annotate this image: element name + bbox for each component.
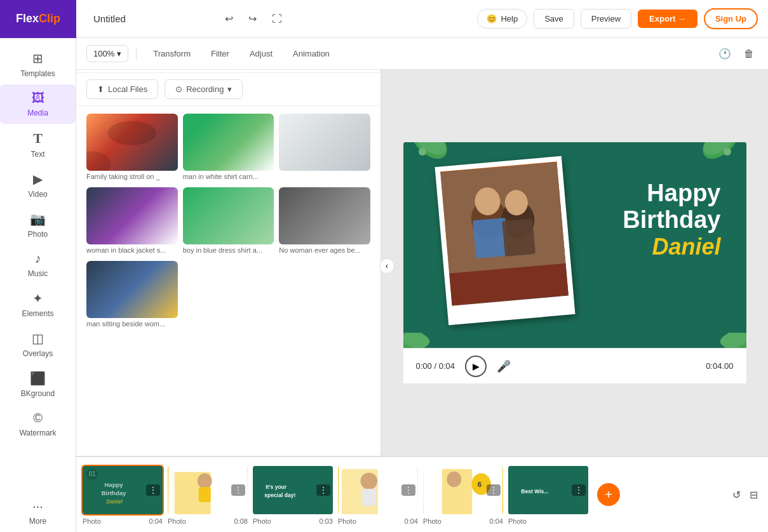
- media-panel: Add Media ◆ Turn on Cloud Sync ⬆ Local F…: [76, 38, 381, 456]
- table-row[interactable]: 04 ⋮ Photo 0:04: [337, 465, 419, 525]
- delete-icon[interactable]: 🗑: [740, 44, 758, 63]
- clip-preview: 05 6 ⋮: [423, 466, 503, 514]
- clip-edit-button[interactable]: ⋮: [401, 484, 415, 496]
- sidebar-item-more[interactable]: ··· More: [0, 493, 76, 532]
- list-item[interactable]: No woman ever ages be...: [279, 187, 370, 256]
- clip-thumbnail: 04 ⋮: [337, 465, 419, 515]
- export-button[interactable]: Export →: [638, 10, 697, 28]
- list-item[interactable]: man sitting beside wom...: [86, 261, 178, 329]
- media-thumbnail: [86, 187, 178, 244]
- svg-point-40: [447, 471, 461, 487]
- list-item[interactable]: woman in black jacket s...: [86, 187, 178, 256]
- media-caption: [279, 171, 370, 175]
- sidebar-item-label: Text: [30, 150, 44, 159]
- play-button[interactable]: ▶: [465, 356, 487, 377]
- transform-tab[interactable]: Transform: [144, 45, 199, 62]
- sidebar-item-video[interactable]: ▶ Video: [0, 165, 76, 205]
- clip-thumbnail: 03 It's your special day! ⋮: [252, 465, 334, 515]
- timeline-loop-button[interactable]: ↺: [730, 486, 743, 503]
- table-row[interactable]: 05 6 ⋮ Photo 0:04: [422, 465, 504, 525]
- timeline-controls: ↺ ⊟: [730, 486, 768, 503]
- table-row[interactable]: 03 It's your special day! ⋮ Photo 0:03: [252, 465, 334, 525]
- video-preview: Happy Birthday Daniel: [403, 142, 746, 383]
- panel-collapse-button[interactable]: ‹: [379, 258, 394, 274]
- clip-duration: 0:04: [405, 517, 418, 525]
- clip-edit-button[interactable]: ⋮: [231, 484, 245, 496]
- clip-thumbnail: 05 6 ⋮: [422, 465, 504, 515]
- svg-text:It's your: It's your: [266, 484, 287, 490]
- end-time-display: 0:04.00: [706, 361, 733, 371]
- clip-edit-button[interactable]: ⋮: [316, 484, 330, 496]
- list-item[interactable]: man in white shirt carri...: [183, 114, 274, 182]
- sidebar-item-photo[interactable]: 📷 Photo: [0, 205, 76, 245]
- sidebar-item-watermark[interactable]: © Watermark: [0, 404, 76, 444]
- bkground-icon: ⬛: [30, 371, 46, 386]
- video-icon: ▶: [33, 171, 43, 187]
- microphone-button[interactable]: 🎤: [497, 359, 511, 373]
- undo-button[interactable]: ↩: [221, 9, 237, 29]
- clip-duration: 0:04: [149, 517, 163, 525]
- table-row[interactable]: 01 Happy Birthday Daniel ⋮ Photo 0:04: [81, 465, 164, 525]
- sidebar-item-text[interactable]: T Text: [0, 124, 76, 165]
- local-files-tab[interactable]: ⬆ Local Files: [86, 79, 158, 99]
- svg-text:Birthday: Birthday: [102, 489, 126, 496]
- zoom-dropdown[interactable]: 100% ▾: [86, 45, 128, 62]
- timeline-grid-button[interactable]: ⊟: [747, 486, 760, 503]
- clip-preview: 01 Happy Birthday Daniel ⋮: [83, 466, 163, 514]
- header-right: 😊 Help Save Preview Export → Sign Up: [477, 8, 768, 29]
- music-icon: ♪: [35, 251, 41, 266]
- clip-info: Photo 0:03: [252, 517, 334, 525]
- sidebar-item-bkground[interactable]: ⬛ BKground: [0, 364, 76, 404]
- sidebar-item-label: Photo: [28, 230, 48, 239]
- help-button[interactable]: 😊 Help: [477, 9, 527, 29]
- project-title-input[interactable]: [86, 9, 213, 29]
- media-caption: No woman ever ages be...: [279, 244, 370, 256]
- sidebar-item-music[interactable]: ♪ Music: [0, 245, 76, 284]
- sidebar-item-elements[interactable]: ✦ Elements: [0, 284, 76, 324]
- clip-type: Photo: [168, 517, 186, 525]
- clip-preview: 06 Best Wis... ⋮: [508, 466, 588, 514]
- clip-edit-button[interactable]: ⋮: [146, 484, 160, 496]
- logo: FlexClip: [0, 0, 76, 38]
- sidebar-item-media[interactable]: 🖼 Media: [0, 84, 76, 124]
- animation-tab[interactable]: Animation: [284, 45, 339, 62]
- clip-info: Photo: [507, 517, 589, 525]
- media-icon: 🖼: [32, 91, 44, 105]
- recording-tab[interactable]: ⊙ Recording ▾: [165, 79, 243, 99]
- sidebar-item-overlays[interactable]: ◫ Overlays: [0, 324, 76, 364]
- sidebar-item-templates[interactable]: ⊞ Templates: [0, 44, 76, 84]
- sidebar: ⊞ Templates 🖼 Media T Text ▶ Video 📷 Pho…: [0, 38, 76, 532]
- timeline-clips: 01 Happy Birthday Daniel ⋮ Photo 0:04: [76, 458, 730, 531]
- list-item[interactable]: Family taking stroll on _: [86, 114, 178, 182]
- sidebar-item-label: Video: [28, 190, 47, 199]
- preview-button[interactable]: Preview: [581, 9, 631, 29]
- list-item[interactable]: [279, 114, 370, 182]
- svg-point-2: [108, 121, 157, 145]
- save-button[interactable]: Save: [534, 9, 574, 29]
- clip-edit-button[interactable]: ⋮: [572, 484, 586, 496]
- clip-type: Photo: [253, 517, 271, 525]
- clip-duration: 0:03: [320, 517, 333, 525]
- clip-thumbnail: 01 Happy Birthday Daniel ⋮: [81, 465, 164, 515]
- overlays-icon: ◫: [32, 331, 44, 346]
- adjust-tab[interactable]: Adjust: [241, 45, 281, 62]
- filter-tab[interactable]: Filter: [202, 45, 238, 62]
- media-thumbnail: [183, 114, 274, 171]
- chevron-down-icon: ▾: [117, 49, 121, 58]
- fullscreen-button[interactable]: ⛶: [268, 10, 286, 29]
- table-row[interactable]: 06 Best Wis... ⋮ Photo: [507, 465, 589, 525]
- media-thumbnail: [183, 187, 274, 244]
- playback-bar: 0:00 / 0:04 ▶ 🎤 0:04.00: [403, 348, 746, 383]
- canvas-area: Happy Birthday Daniel 0:00 / 0:04 ▶ 🎤 0:…: [381, 70, 768, 456]
- redo-button[interactable]: ↪: [245, 9, 260, 29]
- signup-button[interactable]: Sign Up: [704, 8, 758, 29]
- table-row[interactable]: 02 ⋮ Photo 0:08: [166, 465, 249, 525]
- svg-rect-19: [502, 218, 536, 256]
- media-thumbnail: [86, 261, 178, 318]
- history-icon[interactable]: 🕐: [715, 44, 735, 63]
- clip-edit-button[interactable]: ⋮: [487, 484, 501, 496]
- templates-icon: ⊞: [32, 51, 43, 66]
- photo-icon: 📷: [30, 211, 46, 227]
- list-item[interactable]: boy in blue dress shirt a...: [183, 187, 274, 256]
- add-clip-button[interactable]: +: [597, 483, 620, 506]
